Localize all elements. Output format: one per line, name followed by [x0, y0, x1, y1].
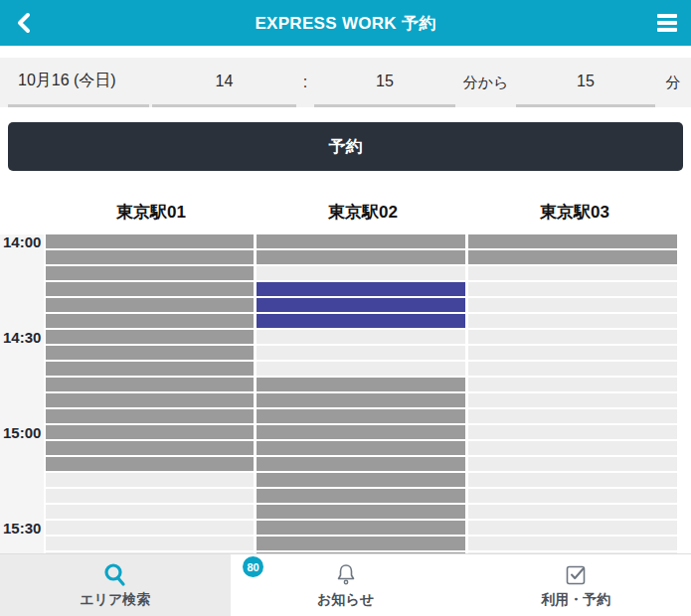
schedule-row [0, 250, 691, 266]
station-column-headers: 東京駅01 東京駅02 東京駅03 [0, 200, 691, 224]
time-slot-busy[interactable] [257, 234, 465, 248]
time-slot-free[interactable] [468, 425, 677, 439]
schedule-row [0, 505, 691, 521]
nav-item-notifications[interactable]: お知らせ [231, 554, 461, 616]
back-button[interactable] [0, 0, 48, 46]
time-slot-busy[interactable] [257, 441, 465, 455]
hamburger-menu-button[interactable] [643, 0, 691, 46]
time-slot-free[interactable] [257, 266, 465, 280]
time-slot-busy[interactable] [46, 441, 254, 455]
start-minute-select[interactable]: 15 [314, 58, 455, 107]
column-header-station-1: 東京駅01 [47, 201, 256, 224]
time-slot-busy[interactable] [46, 457, 254, 471]
time-label [0, 489, 44, 505]
time-slot-busy[interactable] [46, 314, 254, 328]
time-slot-busy[interactable] [468, 250, 677, 264]
time-label [0, 266, 44, 282]
time-slot-free[interactable] [257, 362, 465, 376]
time-slot-free[interactable] [468, 521, 677, 535]
time-label: 14:00 [0, 234, 44, 250]
time-label [0, 362, 44, 378]
time-slot-free[interactable] [257, 330, 465, 344]
time-slot-busy[interactable] [257, 409, 465, 423]
time-slot-free[interactable] [468, 298, 677, 312]
schedule-row [0, 362, 691, 378]
time-slot-busy[interactable] [257, 457, 465, 471]
time-slot-busy[interactable] [257, 505, 465, 519]
time-slot-busy[interactable] [46, 298, 254, 312]
time-slot-busy[interactable] [257, 537, 465, 550]
nav-label-notifications: お知らせ [317, 591, 374, 609]
time-slot-busy[interactable] [46, 266, 254, 280]
time-slot-free[interactable] [468, 330, 677, 344]
time-slot-selected[interactable] [257, 282, 465, 296]
time-label [0, 346, 44, 362]
chevron-left-icon [15, 12, 33, 34]
nav-label-area-search: エリア検索 [80, 591, 150, 609]
time-slot-busy[interactable] [257, 250, 465, 264]
time-slot-free[interactable] [46, 537, 254, 550]
time-label [0, 505, 44, 521]
time-slot-free[interactable] [468, 362, 677, 376]
time-slot-free[interactable] [468, 441, 677, 455]
time-slot-free[interactable] [468, 393, 677, 407]
time-slot-busy[interactable] [46, 282, 254, 296]
schedule-row [0, 457, 691, 473]
time-slot-selected[interactable] [257, 298, 465, 312]
schedule-row: 15:30 [0, 521, 691, 537]
time-slot-free[interactable] [468, 314, 677, 328]
time-slot-free[interactable] [468, 473, 677, 487]
time-slot-free[interactable] [468, 282, 677, 296]
app-header: EXPRESS WORK 予約 [0, 0, 691, 46]
time-slot-selected[interactable] [257, 314, 465, 328]
time-label [0, 250, 44, 266]
time-slot-busy[interactable] [46, 234, 254, 248]
time-slot-free[interactable] [257, 346, 465, 360]
time-slot-busy[interactable] [257, 378, 465, 391]
time-slot-busy[interactable] [46, 425, 254, 439]
schedule-row: 14:30 [0, 330, 691, 346]
reserve-button[interactable]: 予約 [8, 122, 683, 171]
time-label [0, 282, 44, 298]
time-slot-busy[interactable] [46, 393, 254, 407]
time-slot-busy[interactable] [257, 521, 465, 535]
time-slot-busy[interactable] [46, 250, 254, 264]
time-slot-busy[interactable] [46, 378, 254, 391]
time-label [0, 393, 44, 409]
schedule-row [0, 489, 691, 505]
time-slot-busy[interactable] [468, 234, 677, 248]
time-slot-free[interactable] [46, 505, 254, 519]
time-slot-free[interactable] [468, 537, 677, 550]
time-label: 15:30 [0, 521, 44, 537]
time-slot-busy[interactable] [257, 473, 465, 487]
time-slot-free[interactable] [468, 346, 677, 360]
time-slot-free[interactable] [46, 473, 254, 487]
time-slot-free[interactable] [468, 378, 677, 391]
time-label [0, 314, 44, 330]
time-label [0, 298, 44, 314]
time-slot-free[interactable] [468, 409, 677, 423]
time-slot-busy[interactable] [46, 330, 254, 344]
hour-select[interactable]: 14 [152, 58, 296, 107]
time-slot-busy[interactable] [257, 393, 465, 407]
time-slot-free[interactable] [46, 489, 254, 503]
duration-select[interactable]: 15 [516, 58, 655, 107]
time-label [0, 537, 44, 552]
time-slot-free[interactable] [46, 521, 254, 535]
time-slot-free[interactable] [468, 266, 677, 280]
time-slot-busy[interactable] [257, 489, 465, 503]
time-slot-busy[interactable] [46, 346, 254, 360]
nav-item-usage-reservations[interactable]: 利用・予約 [460, 554, 691, 616]
time-label [0, 409, 44, 425]
datetime-bar: 10月16 (今日) 14 : 15 分から 15 分 [0, 58, 691, 107]
time-slot-free[interactable] [468, 489, 677, 503]
nav-label-usage-reservations: 利用・予約 [541, 591, 610, 609]
nav-item-area-search[interactable]: エリア検索 [0, 554, 231, 616]
date-select[interactable]: 10月16 (今日) [8, 58, 149, 107]
time-slot-busy[interactable] [46, 362, 254, 376]
time-slot-busy[interactable] [257, 425, 465, 439]
time-slot-free[interactable] [468, 457, 677, 471]
time-slot-busy[interactable] [46, 409, 254, 423]
time-slot-free[interactable] [468, 505, 677, 519]
bell-icon [334, 562, 358, 587]
